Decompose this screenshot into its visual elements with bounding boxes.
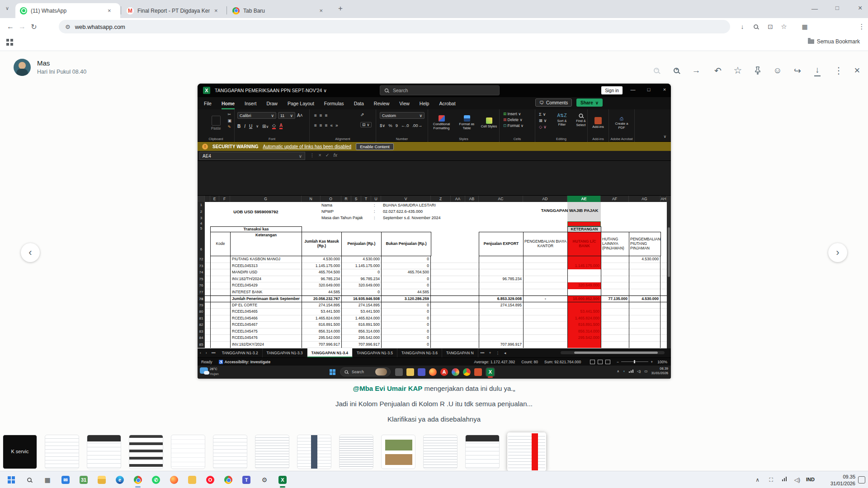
forward-icon[interactable]: →: [16, 21, 28, 33]
zoom-out-icon[interactable]: −: [650, 64, 663, 77]
download-icon[interactable]: ↓: [811, 64, 824, 77]
zoom-in-icon[interactable]: +: [670, 64, 683, 77]
find-icon: [579, 114, 583, 118]
site-settings-icon[interactable]: ⚙: [65, 23, 71, 30]
tab-search-chevron-icon[interactable]: ∨: [5, 5, 9, 11]
tab-close-icon[interactable]: ×: [107, 7, 112, 14]
chrome-taskbar-icon[interactable]: [132, 474, 144, 486]
firefox-taskbar-icon[interactable]: [168, 474, 180, 486]
language-indicator[interactable]: IND: [806, 477, 815, 482]
browser-tab-whatsapp[interactable]: (11) WhatsApp ×: [15, 3, 120, 18]
tab-close-icon[interactable]: ×: [318, 7, 324, 14]
cell-pengembalian-piutang: [629, 315, 660, 322]
browser-tab-gmail[interactable]: M Final Report - PT Digdaya Kenca ×: [122, 3, 226, 18]
start-button[interactable]: [5, 474, 17, 486]
cell-bukan-penjualan: 44.585: [381, 289, 431, 296]
thumbnail[interactable]: [297, 435, 331, 469]
thumbnail[interactable]: [129, 435, 163, 469]
cell-keterangan: RCEEL045465: [230, 309, 302, 315]
cell-bukan-penjualan: 0: [381, 282, 431, 289]
teams-icon[interactable]: T: [241, 474, 252, 486]
bookmark-star-icon[interactable]: ☆: [778, 21, 789, 32]
cell-jumlah-kas: 816.891.500: [302, 322, 341, 328]
emoji-icon[interactable]: ☺: [771, 64, 784, 77]
cell-pengembalian-biaya: [523, 289, 567, 296]
star-icon[interactable]: ☆: [731, 64, 745, 77]
table-row: 85 INV.192/DKY/2024 707.996.917 707.996.…: [198, 342, 667, 348]
previous-image-button[interactable]: ‹: [21, 243, 40, 262]
browser-ball-icon[interactable]: [222, 474, 234, 486]
clock[interactable]: 09.3531/01/2026: [830, 474, 855, 487]
pin-icon[interactable]: [751, 64, 764, 77]
tray-monitor-icon[interactable]: ⛶: [769, 477, 773, 483]
task-view-icon[interactable]: ▦: [42, 474, 53, 486]
file-explorer-icon[interactable]: [96, 474, 108, 486]
thumbnail-label: K servic: [11, 449, 28, 455]
forward-arrow-icon[interactable]: →: [689, 64, 703, 77]
volume-icon[interactable]: ◁): [794, 477, 800, 483]
thumbnail[interactable]: K servic: [3, 435, 37, 469]
edge-icon[interactable]: e: [114, 474, 126, 486]
back-icon[interactable]: ←: [5, 21, 16, 33]
thumbnail[interactable]: [381, 435, 415, 469]
whatsapp-taskbar-icon[interactable]: ✆: [150, 474, 162, 486]
tab-close-icon[interactable]: ×: [213, 7, 219, 14]
share-icon[interactable]: ↪: [791, 64, 804, 77]
download-page-icon[interactable]: ↓: [737, 21, 748, 32]
next-image-button[interactable]: ›: [828, 243, 847, 262]
thumbnail-selected[interactable]: [507, 432, 546, 471]
sender-avatar[interactable]: [14, 59, 31, 76]
notification-center-icon[interactable]: [858, 476, 865, 483]
address-bar[interactable]: ⚙ web.whatsapp.com: [59, 20, 730, 33]
folder-icon[interactable]: [186, 474, 198, 486]
thumbnail[interactable]: [171, 435, 205, 469]
photos-icon: [452, 368, 459, 376]
message-image-excel-screenshot[interactable]: TANGGAPAN PEMERIKSAAN PPN SEPT-NOV'24 ∨ …: [198, 84, 671, 379]
normal-view-icon: [590, 360, 595, 364]
caption-mention[interactable]: @Mba Evi Umair KAP: [353, 385, 423, 392]
settings-icon[interactable]: ⚙: [259, 474, 270, 486]
table-row: 82 RCEEL045467 816.891.500 816.891.500 0…: [198, 322, 667, 328]
wifi-icon[interactable]: [782, 477, 787, 481]
thumbnail[interactable]: [339, 435, 373, 469]
install-app-icon[interactable]: ⊡: [765, 21, 776, 32]
cell-bukan-penjualan: 0: [381, 256, 431, 263]
search-icon: [385, 89, 388, 92]
thumbnail[interactable]: [255, 435, 289, 469]
taskbar-search-icon[interactable]: [24, 474, 35, 486]
menu-kebab-icon[interactable]: ⋮: [832, 64, 845, 77]
selected-cell-AE4: [567, 221, 601, 226]
format-as-table-icon: [464, 115, 470, 122]
thumbnail[interactable]: [213, 435, 247, 469]
calendar-icon[interactable]: 31: [78, 474, 90, 486]
tray-chevron-icon[interactable]: ∧: [755, 477, 760, 483]
apps-grid-icon[interactable]: [6, 39, 14, 46]
extensions-icon[interactable]: ▦: [799, 21, 810, 32]
cell-bukan-penjualan: 465.704.500: [381, 269, 431, 276]
cell-jumlah-kas: 20.056.232.767: [302, 296, 341, 302]
window-maximize-button[interactable]: □: [835, 5, 839, 11]
close-viewer-icon[interactable]: ×: [850, 64, 864, 77]
sheet-tab: TANGGAPAN N1-3.6: [397, 348, 442, 357]
horizontal-align-icons: ≡≡≡«»: [314, 123, 341, 128]
all-bookmarks-button[interactable]: Semua Bookmark: [808, 38, 860, 45]
status-count: Count: 80: [521, 360, 538, 364]
thumbnail[interactable]: [87, 435, 121, 469]
taskbar-search-box: Search: [340, 367, 391, 376]
opera-icon[interactable]: O: [204, 474, 216, 486]
thumbnail[interactable]: [423, 435, 458, 469]
reply-icon[interactable]: ↶: [711, 64, 725, 77]
browser-menu-icon[interactable]: ⋮: [856, 21, 867, 32]
cell-penjualan: 1.465.824.000: [341, 315, 381, 322]
page-break-view-icon: [605, 360, 610, 364]
window-close-button[interactable]: ×: [858, 4, 862, 12]
mail-icon[interactable]: ✉: [60, 474, 71, 486]
new-tab-button[interactable]: +: [338, 4, 343, 13]
browser-tab-new[interactable]: Tab Baru ×: [228, 3, 328, 18]
reload-icon[interactable]: ↻: [28, 21, 40, 33]
thumbnail[interactable]: [45, 435, 79, 469]
zoom-icon[interactable]: [750, 21, 761, 32]
thumbnail[interactable]: [465, 435, 500, 469]
excel-os-icon[interactable]: X: [277, 474, 288, 486]
window-minimize-button[interactable]: —: [811, 5, 818, 12]
